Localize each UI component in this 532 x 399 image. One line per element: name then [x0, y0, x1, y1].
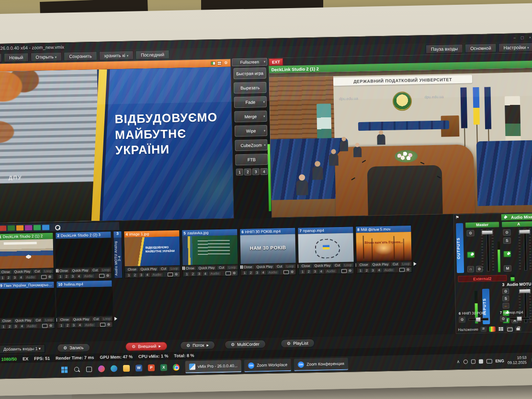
- gear-icon[interactable]: ⚙: [48, 323, 54, 328]
- input-cell-9[interactable]: 9Гімн України_Пономарьов_1.mp4CloseQuick…: [0, 281, 55, 330]
- fullscreen-monitor-icon[interactable]: [226, 271, 231, 275]
- open-button[interactable]: Открыть▾: [30, 52, 62, 61]
- merge-button[interactable]: Merge▾: [234, 111, 267, 122]
- input-thumbnail[interactable]: [182, 235, 238, 265]
- gear-icon[interactable]: ⚙: [47, 274, 53, 279]
- cut-button[interactable]: Cut: [159, 266, 168, 271]
- preset-2-button[interactable]: 2: [244, 169, 251, 175]
- overlay-3-button[interactable]: 3: [196, 271, 202, 276]
- cut-button[interactable]: Cut: [275, 264, 284, 269]
- taskbar-zoom-workplace-button[interactable]: zmZoom Workplace: [244, 359, 292, 372]
- taskbar-vmix-button[interactable]: vMix Pro - 26.0.0.40...: [185, 360, 242, 373]
- app-icon-excel[interactable]: X: [158, 361, 170, 374]
- overlay-1-button[interactable]: 1: [184, 272, 190, 276]
- new-button[interactable]: Новый: [4, 52, 29, 62]
- input-thumbnail[interactable]: НАМ 30 РОКІВ: [240, 234, 295, 264]
- close-button[interactable]: Close: [358, 262, 370, 267]
- loop-button[interactable]: Loop: [42, 268, 54, 273]
- overlay-1-button[interactable]: 1: [242, 270, 248, 275]
- close-button[interactable]: Close: [0, 269, 12, 274]
- input-cell-1[interactable]: 1DeckLink Studio 2 (1) 2CloseQuick PlayC…: [0, 232, 54, 281]
- program-video[interactable]: ДЕРЖАВНИЙ ПОДАТКОВИЙ УНІВЕРСИТЕТ dpu.edu…: [269, 68, 532, 217]
- tray-expand-icon[interactable]: ∧: [457, 359, 460, 364]
- mini-fader[interactable]: [509, 317, 530, 320]
- overlay-1-button[interactable]: 1: [0, 275, 5, 280]
- playlist-button[interactable]: ⚙PlayList: [281, 339, 315, 348]
- start-button[interactable]: [58, 363, 71, 376]
- overlay-4-button[interactable]: 4: [145, 272, 150, 277]
- close-button[interactable]: Close: [58, 317, 71, 322]
- input-cell-3[interactable]: 3Audio MOTU Analog 3-4: [113, 231, 123, 278]
- quickplay-button[interactable]: Быстрая игра: [233, 68, 266, 79]
- gear-icon[interactable]: ⚙: [502, 288, 509, 294]
- loop-button[interactable]: Loop: [226, 265, 238, 270]
- preset-3-button[interactable]: 3: [252, 168, 260, 175]
- audio-button[interactable]: Audio: [383, 267, 395, 273]
- cut-button[interactable]: Cut: [91, 317, 101, 321]
- overlay-3-button[interactable]: 3: [13, 324, 19, 329]
- overlay-4-button[interactable]: 4: [19, 324, 25, 329]
- overlay-3-button[interactable]: 3: [312, 269, 318, 274]
- gear-icon[interactable]: ⚙: [106, 322, 112, 327]
- bus-a-fader[interactable]: [518, 228, 532, 271]
- menu-item-cropped[interactable]: ва: [0, 53, 2, 63]
- master-bus-header[interactable]: Master: [465, 222, 499, 228]
- external-output-button[interactable]: ⚙Внешний▸: [125, 342, 167, 351]
- preview-window[interactable]: jpg ⚙ ДПУ: [0, 58, 234, 223]
- input-cell-6[interactable]: 6ННІП 30 РОКІВ.mp4НАМ 30 РОКІВCloseQuick…: [239, 228, 296, 276]
- fullscreen-monitor-icon[interactable]: [41, 275, 46, 279]
- ftb-button[interactable]: FTB: [235, 154, 268, 165]
- cut-button[interactable]: Cut: [33, 269, 42, 274]
- category-blue[interactable]: [42, 225, 49, 230]
- headphones-button[interactable]: ∩: [467, 266, 474, 272]
- loop-button[interactable]: Loop: [101, 316, 113, 321]
- overlay-4-button[interactable]: 4: [77, 322, 83, 327]
- audio-bars-icon[interactable]: [489, 326, 496, 331]
- menu-icon[interactable]: [481, 326, 487, 331]
- cubezoom-button[interactable]: CubeZoom▾: [235, 139, 267, 151]
- program-window[interactable]: EXT DeckLink Studio 2 (1) 2 ДЕРЖАВНИЙ ПО…: [268, 53, 532, 218]
- gear-icon[interactable]: ⚙: [289, 269, 295, 274]
- wipe-button[interactable]: Wipe▾: [235, 125, 267, 137]
- app-icon-powerpoint[interactable]: P: [145, 362, 158, 375]
- search-icon[interactable]: [55, 224, 60, 230]
- fullscreen-monitor-icon[interactable]: [100, 322, 105, 326]
- tray-mic-icon[interactable]: [478, 359, 483, 364]
- window-controls[interactable]: – ▢ ×: [513, 35, 532, 40]
- quickplay-button[interactable]: Quick Play: [13, 318, 34, 323]
- overlay-3-button[interactable]: 3: [138, 273, 144, 277]
- overlay-4-button[interactable]: 4: [76, 274, 82, 278]
- overlay-2-button[interactable]: 2: [190, 272, 196, 276]
- overlay-1-button[interactable]: 1: [358, 268, 363, 273]
- gear-icon[interactable]: ⚙: [459, 317, 465, 323]
- preset-4-button[interactable]: 4: [260, 168, 268, 175]
- fader-handle[interactable]: [519, 229, 530, 234]
- overlay-1-button[interactable]: 1: [57, 274, 63, 279]
- fullscreen-monitor-icon[interactable]: [283, 270, 289, 274]
- overlay-1-button[interactable]: 1: [300, 269, 306, 274]
- tray-shield-icon[interactable]: [463, 359, 467, 364]
- input-cell-7[interactable]: 7прапор.mp4CloseQuick PlayCutLoop1234Aud…: [297, 226, 354, 274]
- app-icon-firefox[interactable]: [95, 363, 108, 376]
- fader-handle[interactable]: [475, 317, 481, 322]
- gear-icon[interactable]: ⚙: [500, 316, 507, 322]
- overlay-2-button[interactable]: 2: [248, 270, 254, 275]
- audio-button[interactable]: Audio: [83, 322, 96, 328]
- overlay-4-button[interactable]: 4: [318, 269, 324, 274]
- lock-icon[interactable]: [515, 326, 521, 331]
- audio-mixer-header[interactable]: Audio Mixer: [501, 214, 532, 220]
- fullscreen-monitor-icon[interactable]: [341, 269, 347, 273]
- gear-icon[interactable]: ⚙: [405, 267, 411, 272]
- mixer-strip-7[interactable]: 7прапор.mp4 ⚙: [500, 310, 532, 325]
- overlay-2-button[interactable]: 2: [7, 324, 12, 329]
- audio-button[interactable]: Audio: [325, 269, 337, 274]
- overlay-3-button[interactable]: 3: [370, 268, 376, 273]
- bus-a-header[interactable]: A: [502, 221, 532, 227]
- gear-icon[interactable]: ⚙: [231, 271, 237, 275]
- quickplay-button[interactable]: Quick Play: [139, 266, 159, 272]
- overlay-1-button[interactable]: 1: [0, 324, 6, 329]
- overlay-1-button[interactable]: 1: [58, 323, 64, 328]
- input-cell-8[interactable]: 8Мій фільм 5.movВічна пам'ять Героям...C…: [355, 225, 412, 274]
- overlay-1-button[interactable]: 1: [126, 273, 132, 277]
- clock[interactable]: 10:5309.12.2025: [508, 355, 527, 365]
